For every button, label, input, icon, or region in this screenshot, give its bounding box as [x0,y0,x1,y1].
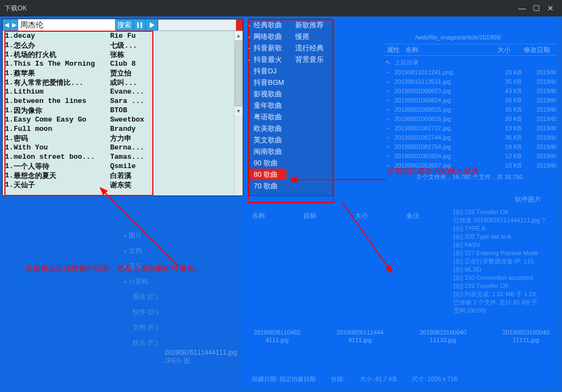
log-line: 空闲 (00:08) [454,307,557,315]
category-item[interactable]: 90 歌曲 [249,157,291,169]
search-button[interactable]: 搜索 [115,19,134,31]
panel-caption: 软件图片 [515,195,541,204]
song-row[interactable]: 1.Full moonBrandy [3,124,234,134]
song-row[interactable]: 1.有人常常把爱情比...或叫... [3,78,234,87]
scroll-up-icon[interactable]: ▲ [234,31,243,40]
thumb-label[interactable]: 20190823160040 11111.jpg [496,328,557,350]
svg-rect-1 [140,22,142,28]
category-item[interactable]: 经典歌曲 [249,19,291,31]
song-row[interactable]: 1.怎么办七级... [3,41,234,50]
song-row[interactable]: 1.因为像你BTOB [3,106,234,115]
song-row[interactable]: 1.LithiumEvane... [3,87,234,96]
pause-icon[interactable] [134,19,146,31]
annotation-text-left: 左边将会出现搜索的结果，然后点击歌曲即可播放。 [25,264,202,274]
log-line: [右] TYPE A [454,224,557,233]
meta-item: 大小: 81.7 KB [360,375,397,383]
log-line: 已传输 1 个文件, 总计 81 KB 于 [454,298,557,307]
file-row[interactable]: ▫20190801082744.jpg36 KB2019/8/ [383,132,557,142]
sidebar-item[interactable]: 文档 [124,243,211,258]
category-item[interactable]: 新歌推荐 [291,19,332,31]
maximize-button[interactable]: ☐ [529,0,543,16]
category-item[interactable]: 抖音新歌 [249,42,291,54]
category-item[interactable]: 80 歌曲 [249,169,286,180]
category-item[interactable]: 背景音乐 [291,54,332,65]
meta-item: 尺寸: 562 x 392 [412,375,457,383]
log-line: [右] MLSD [454,266,557,274]
thumb-label[interactable]: 20190826111444 4111.jpg [330,328,391,350]
col-size: 大小 [497,45,524,55]
minimize-button[interactable]: — [515,0,529,16]
category-item[interactable]: 70 歌曲 [249,180,291,192]
log-line: [右] 150 Connection accepted [454,274,557,282]
file-row[interactable]: ▫20190811011241.png20 KB2019/8/ [383,67,557,77]
file-row[interactable]: ▫20190801080823.jpg43 KB2019/8/ [383,86,557,95]
category-item [291,180,332,192]
song-row[interactable]: 1.最想念的夏天白若溪 [3,171,234,180]
category-item[interactable]: 影视歌曲 [249,88,291,100]
category-panel: 经典歌曲新歌推荐网络歌曲慢摇抖音新歌流行经典抖音最火背景音乐抖音DJ抖音BGM影… [249,19,333,196]
file-row[interactable]: ▫20190801082754.jpg18 KB2019/8/ [383,142,557,151]
mid-columns: 名称 目标 大小 备注 [252,211,449,221]
category-item[interactable]: 粤语歌曲 [249,111,291,123]
scroll-thumb[interactable] [235,41,242,106]
meta-item: 拍摄日期: 指定拍摄日期 [252,375,316,383]
song-list[interactable]: 1.decayRie Fu1.怎么办七级...1.机场的打火机张栋1.This … [3,31,234,195]
log-line: [右] 227 Entering Passive Mode [454,249,557,257]
song-row[interactable]: 1.天仙子谢东笑 [3,180,234,189]
sidebar-drive[interactable]: 系统 (C:) [124,289,211,304]
up-dir[interactable]: 上层目录 [392,59,557,67]
sidebar-drive[interactable]: 文档 (E:) [124,320,211,335]
play-icon[interactable] [146,19,158,31]
window-title: 下载OK [4,4,27,13]
file-row[interactable]: ▫20190801080826.jpg30 KB2019/8/ [383,114,557,123]
file-row[interactable]: ▫20190801082737.jpg13 KB2019/8/ [383,123,557,132]
mid-col-target: 目标 [303,211,317,221]
song-row[interactable]: 1.melon street boo...Tamas... [3,152,234,162]
category-item[interactable]: 闽南歌曲 [249,146,291,157]
sidebar-drive[interactable]: 软件 (D:) [124,304,211,320]
song-row[interactable]: 1.蔡苹果贾立怡 [3,68,234,78]
category-item[interactable]: 抖音DJ [249,65,291,77]
close-button[interactable]: ✕ [543,0,558,16]
prev-button[interactable]: ◀ [3,19,10,31]
thumb-label[interactable]: 20190826110482 4111.jpg [246,328,308,350]
file-row[interactable]: ▫20190801080824.jpg35 KB2019/8/ [383,95,557,105]
search-input[interactable] [18,19,115,31]
sidebar-drive[interactable]: 娱乐 (F:) [124,335,211,350]
col-date: 修改日期 [524,45,557,55]
category-item[interactable]: 慢摇 [291,31,332,42]
category-item [291,100,332,111]
song-row[interactable]: 1.between the linesSara ... [3,96,234,106]
file-row[interactable]: ▫20190801080825.jpg35 KB2019/8/ [383,105,557,114]
song-row[interactable]: 1.Easy Come Easy GoSweetbox [3,115,234,124]
file-row[interactable]: ▫20190815113531.jpg35 KB2019/8/ [383,77,557,86]
song-row[interactable]: 1.密码方力申 [3,134,234,143]
mid-col-note: 备注 [406,211,420,221]
progress-bar[interactable] [158,19,243,31]
log-line: [右] 226 Transfer OK [454,282,557,290]
category-item[interactable]: 童年歌曲 [249,100,291,111]
category-item[interactable]: 抖音BGM [249,77,291,88]
song-row[interactable]: 1.机场的打火机张栋 [3,50,234,59]
scrollbar[interactable]: ▲ ▼ [234,31,243,195]
scroll-down-icon[interactable]: ▼ [234,107,243,116]
category-item[interactable]: 欧美歌曲 [249,123,291,134]
song-row[interactable]: 1.decayRie Fu [3,31,234,41]
log-area: [右] 226 Transfer OK已传送 20190826111444111… [454,208,557,318]
category-item[interactable]: 网络歌曲 [249,31,291,42]
sidebar-item[interactable]: 计算机 [124,274,211,289]
sidebar-item[interactable]: 图片 [124,228,211,243]
song-row[interactable]: 1.With YouBerna... [3,143,234,152]
thumb-label[interactable]: 20190823160040 11110.jpg [412,328,474,350]
next-button[interactable]: ▶ [10,19,18,31]
log-line: [右] 列表完成: 1.01 MB 于 1.19 [454,290,557,298]
category-item[interactable]: 流行经典 [291,42,332,54]
file-row[interactable]: ▫20190801082804.jpg12 KB2019/8/ [383,151,557,160]
category-item [291,77,332,88]
song-row[interactable]: 1.This Is The MorningClub 8 [3,59,234,68]
category-item[interactable]: 英文歌曲 [249,134,291,146]
mid-col-name: 名称 [252,211,265,221]
category-item[interactable]: 抖音最火 [249,54,291,65]
song-row[interactable]: 1.一个人等待Qsmile [3,162,234,171]
bottom-info: 拍摄日期: 指定拍摄日期分级:大小: 81.7 KB尺寸: 562 x 392 [252,375,555,383]
